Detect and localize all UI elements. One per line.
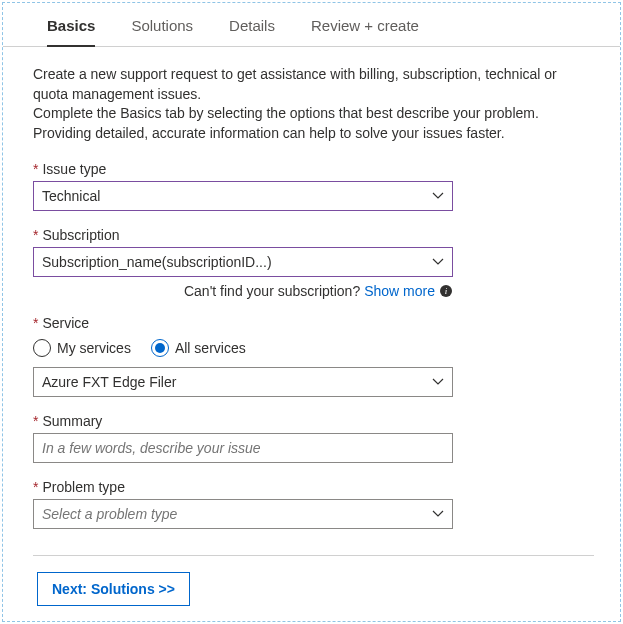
problem-type-label: * Problem type bbox=[33, 479, 594, 495]
radio-my-services[interactable]: My services bbox=[33, 339, 131, 357]
tab-solutions[interactable]: Solutions bbox=[131, 17, 193, 46]
problem-type-select[interactable]: Select a problem type bbox=[33, 499, 453, 529]
service-value: Azure FXT Edge Filer bbox=[42, 374, 176, 390]
service-select[interactable]: Azure FXT Edge Filer bbox=[33, 367, 453, 397]
service-label-text: Service bbox=[42, 315, 89, 331]
tab-details[interactable]: Details bbox=[229, 17, 275, 46]
problem-type-field: * Problem type Select a problem type bbox=[33, 479, 594, 529]
tab-bar: Basics Solutions Details Review + create bbox=[3, 3, 620, 47]
subscription-label-text: Subscription bbox=[42, 227, 119, 243]
summary-label-text: Summary bbox=[42, 413, 102, 429]
subscription-field: * Subscription Subscription_name(subscri… bbox=[33, 227, 594, 299]
issue-type-value: Technical bbox=[42, 188, 100, 204]
subscription-label: * Subscription bbox=[33, 227, 594, 243]
issue-type-field: * Issue type Technical bbox=[33, 161, 594, 211]
issue-type-label-text: Issue type bbox=[42, 161, 106, 177]
support-request-panel: Basics Solutions Details Review + create… bbox=[2, 2, 621, 622]
intro-line2: Complete the Basics tab by selecting the… bbox=[33, 105, 539, 141]
chevron-down-icon bbox=[432, 256, 444, 268]
issue-type-select[interactable]: Technical bbox=[33, 181, 453, 211]
problem-type-placeholder: Select a problem type bbox=[42, 506, 177, 522]
tab-basics[interactable]: Basics bbox=[47, 17, 95, 46]
subscription-help: Can't find your subscription? Show more … bbox=[33, 283, 453, 299]
chevron-down-icon bbox=[432, 190, 444, 202]
radio-circle-selected-icon bbox=[151, 339, 169, 357]
radio-circle-icon bbox=[33, 339, 51, 357]
chevron-down-icon bbox=[432, 508, 444, 520]
service-field: * Service My services All services Azure… bbox=[33, 315, 594, 397]
service-radio-group: My services All services bbox=[33, 339, 594, 357]
radio-my-services-label: My services bbox=[57, 340, 131, 356]
subscription-value: Subscription_name(subscriptionID...) bbox=[42, 254, 272, 270]
required-marker: * bbox=[33, 315, 38, 331]
required-marker: * bbox=[33, 161, 38, 177]
required-marker: * bbox=[33, 479, 38, 495]
summary-label: * Summary bbox=[33, 413, 594, 429]
required-marker: * bbox=[33, 413, 38, 429]
service-label: * Service bbox=[33, 315, 594, 331]
radio-all-services[interactable]: All services bbox=[151, 339, 246, 357]
summary-input[interactable] bbox=[33, 433, 453, 463]
tab-review[interactable]: Review + create bbox=[311, 17, 419, 46]
chevron-down-icon bbox=[432, 376, 444, 388]
required-marker: * bbox=[33, 227, 38, 243]
radio-all-services-label: All services bbox=[175, 340, 246, 356]
subscription-select[interactable]: Subscription_name(subscriptionID...) bbox=[33, 247, 453, 277]
show-more-link[interactable]: Show more bbox=[364, 283, 435, 299]
issue-type-label: * Issue type bbox=[33, 161, 594, 177]
problem-type-label-text: Problem type bbox=[42, 479, 124, 495]
intro-line1: Create a new support request to get assi… bbox=[33, 66, 557, 102]
summary-field: * Summary bbox=[33, 413, 594, 463]
intro-text: Create a new support request to get assi… bbox=[33, 65, 594, 143]
info-icon[interactable]: i bbox=[439, 284, 453, 298]
form-content: Create a new support request to get assi… bbox=[3, 47, 620, 624]
next-solutions-button[interactable]: Next: Solutions >> bbox=[37, 572, 190, 606]
subscription-help-text: Can't find your subscription? bbox=[184, 283, 360, 299]
divider bbox=[33, 555, 594, 556]
